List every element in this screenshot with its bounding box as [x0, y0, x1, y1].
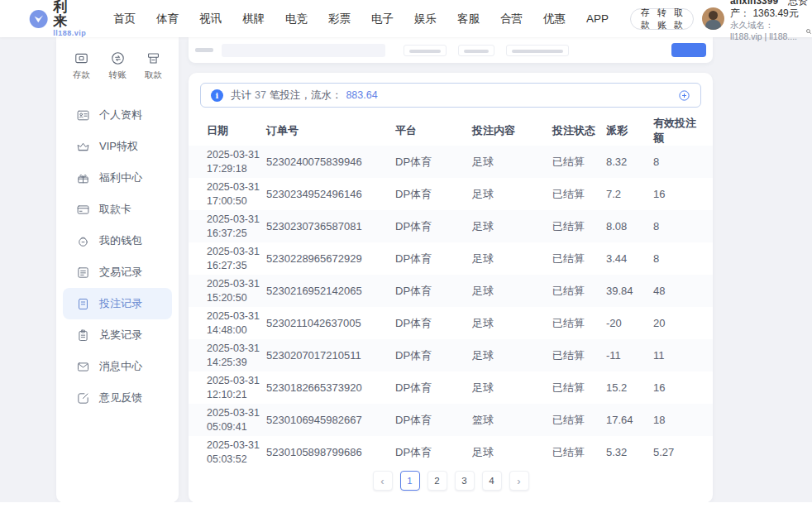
filter-bar — [189, 37, 713, 63]
cell-valid: 16 — [653, 381, 696, 394]
sidebar-item-wallet[interactable]: 我的钱包 — [63, 225, 172, 256]
quick-action-withdraw[interactable]: 取款 — [145, 50, 162, 81]
cell-status: 已结算 — [552, 445, 606, 460]
cell-order: 5230105898799686 — [266, 446, 395, 458]
profile-icon — [76, 108, 90, 122]
sidebar-item-feedback[interactable]: 意见反馈 — [63, 382, 172, 414]
table-row[interactable]: 2025-03-3105:03:525230105898799686DP体育足球… — [189, 436, 713, 468]
cell-platform: DP体育 — [395, 284, 472, 299]
table-row[interactable]: 2025-03-3117:29:185230240075839946DP体育足球… — [189, 146, 713, 178]
cell-platform: DP体育 — [395, 252, 472, 266]
cell-payout: 8.08 — [606, 220, 653, 232]
quick-action-label: 存款 — [73, 69, 90, 81]
table-row[interactable]: 2025-03-3116:27:355230228965672929DP体育足球… — [189, 242, 713, 275]
sidebar-item-messages[interactable]: 消息中心 — [63, 351, 172, 382]
info-icon: i — [211, 89, 223, 102]
pagination-page-1[interactable]: 1 — [400, 471, 420, 491]
table-row[interactable]: 2025-03-3105:09:415230106945982667DP体育篮球… — [189, 404, 713, 436]
pagination-page-3[interactable]: 3 — [455, 471, 475, 491]
filter-date-control[interactable] — [404, 45, 447, 56]
cell-payout: 5.32 — [606, 446, 653, 458]
cell-order: 5230207017210511 — [266, 349, 395, 362]
cell-order: 5230216952142065 — [266, 285, 395, 297]
nav-item-7[interactable]: 电子 — [371, 12, 394, 26]
cell-content: 足球 — [472, 381, 552, 395]
cell-date: 2025-03-3117:29:18 — [207, 148, 266, 176]
sidebar-item-profile[interactable]: 个人资料 — [63, 99, 172, 131]
turnover-value: 883.64 — [346, 89, 377, 101]
column-header: 有效投注额 — [653, 116, 696, 146]
circle-plus-icon[interactable] — [678, 89, 690, 102]
table-row[interactable]: 2025-03-3115:20:505230216952142065DP体育足球… — [189, 275, 713, 307]
cell-valid: 8 — [653, 156, 696, 168]
cell-status: 已结算 — [552, 413, 606, 428]
table-row[interactable]: 2025-03-3112:10:215230182665373920DP体育足球… — [189, 371, 713, 404]
sidebar: 存款转账取款 个人资料VIP特权福利中心取款卡我的钱包交易记录投注记录兑奖记录消… — [56, 37, 179, 503]
brand-logo[interactable]: 利 来 ll188.vip — [29, 0, 90, 37]
user-avatar[interactable] — [702, 7, 724, 30]
quick-action-transfer[interactable]: 转账 — [109, 50, 127, 81]
deposit-icon — [74, 50, 89, 66]
cell-valid: 18 — [653, 414, 696, 426]
cell-content: 足球 — [472, 187, 552, 202]
filter-range-control[interactable] — [506, 45, 569, 56]
nav-item-5[interactable]: 电竞 — [285, 12, 308, 26]
nav-item-12[interactable]: APP — [586, 12, 609, 25]
pagination-next[interactable]: › — [509, 471, 529, 491]
nav-item-9[interactable]: 客服 — [457, 12, 480, 26]
cell-content: 足球 — [472, 284, 552, 299]
table-row[interactable]: 2025-03-3116:37:255230230736587081DP体育足球… — [189, 210, 713, 242]
cell-payout: 39.84 — [606, 285, 653, 297]
pagination-prev[interactable]: ‹ — [373, 471, 393, 491]
table-row[interactable]: 2025-03-3117:00:505230234952496146DP体育足球… — [189, 178, 713, 210]
brand-logo-icon — [29, 7, 48, 31]
column-header: 订单号 — [266, 123, 395, 138]
table-body: 2025-03-3117:29:185230240075839946DP体育足球… — [189, 146, 713, 468]
quick-action-deposit[interactable]: 存款 — [73, 50, 90, 81]
sidebar-item-vip[interactable]: VIP特权 — [63, 131, 172, 162]
cell-date: 2025-03-3114:25:39 — [207, 342, 266, 370]
table-row[interactable]: 2025-03-3114:25:395230207017210511DP体育足球… — [189, 339, 713, 371]
cell-order: 5230230736587081 — [266, 220, 395, 232]
search-icon[interactable] — [805, 26, 812, 36]
nav-item-2[interactable]: 体育 — [156, 12, 179, 26]
cell-status: 已结算 — [552, 187, 606, 202]
sidebar-item-label: 取款卡 — [99, 202, 131, 217]
sidebar-item-card[interactable]: 取款卡 — [63, 194, 172, 225]
sidebar-item-transactions[interactable]: 交易记录 — [63, 256, 172, 288]
summary-bar: i 共计 37 笔投注，流水： 883.64 — [200, 83, 701, 108]
sidebar-item-redeem[interactable]: 兑奖记录 — [63, 319, 172, 351]
nav-item-11[interactable]: 优惠 — [543, 12, 566, 26]
filter-type-control[interactable] — [458, 45, 494, 56]
nav-item-8[interactable]: 娱乐 — [414, 12, 437, 26]
pill-action-3[interactable]: 取款 — [674, 7, 683, 31]
sidebar-item-bets[interactable]: 投注记录 — [63, 288, 172, 319]
table-row[interactable]: 2025-03-3114:48:005230211042637005DP体育足球… — [189, 307, 713, 339]
sidebar-item-welfare[interactable]: 福利中心 — [63, 162, 172, 194]
cell-status: 已结算 — [552, 381, 606, 395]
pill-action-1[interactable]: 存款 — [641, 7, 650, 31]
filter-input[interactable] — [222, 44, 385, 57]
cell-platform: DP体育 — [395, 348, 472, 363]
cell-date: 2025-03-3112:10:21 — [207, 374, 266, 402]
column-header: 投注状态 — [552, 123, 606, 138]
pill-action-2[interactable]: 转账 — [657, 7, 666, 31]
main-nav: 首页体育视讯棋牌电竞彩票电子娱乐客服合营优惠APP — [113, 12, 609, 26]
pagination-page-4[interactable]: 4 — [482, 471, 502, 491]
cell-content: 篮球 — [472, 413, 552, 428]
nav-item-6[interactable]: 彩票 — [328, 12, 351, 26]
cell-valid: 8 — [653, 252, 696, 265]
cell-platform: DP体育 — [395, 413, 472, 428]
nav-item-10[interactable]: 合营 — [500, 12, 523, 26]
quick-action-label: 转账 — [109, 69, 127, 81]
welfare-icon — [76, 171, 90, 185]
nav-item-3[interactable]: 视讯 — [199, 12, 222, 26]
cell-payout: 15.2 — [606, 381, 653, 394]
cell-date: 2025-03-3105:09:41 — [207, 406, 266, 434]
nav-item-4[interactable]: 棋牌 — [242, 12, 265, 26]
pagination-page-2[interactable]: 2 — [427, 471, 447, 491]
filter-submit-button[interactable] — [671, 43, 706, 57]
wallet-actions-pill: 存款转账取款 — [630, 8, 694, 30]
cell-content: 足球 — [472, 219, 552, 234]
nav-item-1[interactable]: 首页 — [113, 12, 136, 26]
